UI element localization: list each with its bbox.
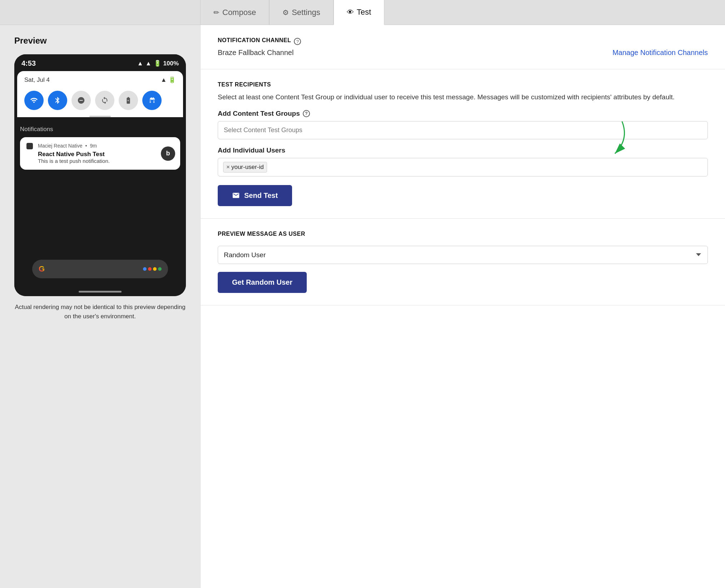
- notification-shade: Sat, Jul 4 ▲ 🔋: [17, 71, 183, 117]
- notification-card: Maciej React Native • 9m React Native Pu…: [20, 137, 180, 170]
- notification-channel-label-row: NOTIFICATION CHANNEL ?: [218, 37, 708, 46]
- preview-message-label: PREVIEW MESSAGE AS USER: [218, 231, 708, 237]
- phone-time: 4:53: [21, 59, 36, 68]
- content-test-groups-label-row: Add Content Test Groups ?: [218, 110, 708, 118]
- notif-app-logo: b: [161, 146, 175, 161]
- send-test-label: Send Test: [244, 191, 278, 200]
- settings-icon: ⚙: [282, 8, 289, 17]
- phone-bottom: G: [14, 175, 186, 296]
- tab-test-label: Test: [357, 8, 371, 17]
- preview-user-select[interactable]: Random User Specific User: [218, 246, 708, 264]
- right-panel: NOTIFICATION CHANNEL ? Braze Fallback Ch…: [200, 25, 725, 588]
- signal-icon: ▲: [146, 60, 152, 67]
- shade-divider: [89, 116, 111, 117]
- preview-panel: Preview 4:53 ▲ ▲ 🔋 100% Sat, Jul 4 ▲ 🔋: [0, 25, 200, 588]
- dnd-quick-icon: [71, 91, 91, 110]
- phone-mockup: 4:53 ▲ ▲ 🔋 100% Sat, Jul 4 ▲ 🔋: [14, 54, 186, 296]
- compose-icon: ✏: [213, 8, 220, 17]
- notification-channel-label: NOTIFICATION CHANNEL: [218, 37, 291, 44]
- user-tag[interactable]: × your-user-id: [223, 162, 267, 173]
- tab-settings[interactable]: ⚙ Settings: [269, 0, 334, 25]
- tab-compose-label: Compose: [222, 8, 256, 17]
- test-recipients-section: TEST RECIPIENTS Select at least one Cont…: [201, 69, 725, 219]
- manage-notification-channels-link[interactable]: Manage Notification Channels: [612, 49, 708, 57]
- test-recipients-label: TEST RECIPIENTS: [218, 81, 708, 88]
- main-layout: Preview 4:53 ▲ ▲ 🔋 100% Sat, Jul 4 ▲ 🔋: [0, 25, 725, 588]
- notification-section: Notifications Maciej React Native • 9m R…: [14, 121, 186, 175]
- individual-users-container: Add Individual Users × your-user-id: [218, 146, 708, 176]
- tag-value: your-user-id: [231, 164, 264, 171]
- envelope-icon: [232, 191, 240, 199]
- get-random-label: Get Random User: [232, 278, 292, 286]
- phone-status-icons: ▲ ▲ 🔋 100%: [137, 60, 179, 67]
- notif-title: React Native Push Test: [38, 151, 174, 158]
- battery-pct: 100%: [163, 60, 179, 67]
- get-random-user-button[interactable]: Get Random User: [218, 272, 307, 293]
- tab-bar: ✏ Compose ⚙ Settings 👁 Test: [0, 0, 725, 25]
- phone-status-bar: 4:53 ▲ ▲ 🔋 100%: [14, 54, 186, 71]
- tab-compose[interactable]: ✏ Compose: [200, 0, 269, 25]
- shade-battery: ▲ 🔋: [161, 76, 176, 84]
- send-test-button[interactable]: Send Test: [218, 185, 292, 206]
- notification-channel-help-icon[interactable]: ?: [294, 38, 301, 45]
- phone-date: Sat, Jul 4: [24, 76, 50, 84]
- channel-row: Braze Fallback Channel Manage Notificati…: [218, 49, 708, 57]
- notif-header-row: Maciej React Native • 9m: [38, 143, 174, 149]
- battery-icon: 🔋: [154, 60, 161, 67]
- data-icon: [142, 91, 162, 110]
- preview-title: Preview: [14, 36, 47, 46]
- content-test-groups-label: Add Content Test Groups: [218, 110, 300, 118]
- wifi-icon: ▲: [137, 60, 143, 67]
- battery-saver-icon: [119, 91, 138, 110]
- tab-settings-label: Settings: [292, 8, 320, 17]
- tab-test[interactable]: 👁 Test: [334, 0, 384, 25]
- test-icon: 👁: [347, 8, 354, 16]
- notif-body: This is a test push notification.: [38, 158, 174, 164]
- quick-settings-icons: [17, 87, 183, 116]
- notif-time: 9m: [90, 143, 97, 149]
- notif-app-name: Maciej React Native: [38, 143, 83, 149]
- individual-users-label: Add Individual Users: [218, 146, 708, 154]
- shade-header: Sat, Jul 4 ▲ 🔋: [17, 71, 183, 87]
- notif-app-small-icon: [26, 143, 33, 149]
- preview-caption: Actual rendering may not be identical to…: [14, 303, 186, 321]
- sync-quick-icon: [95, 91, 114, 110]
- content-test-groups-help-icon[interactable]: ?: [303, 110, 310, 117]
- notif-content: Maciej React Native • 9m React Native Pu…: [38, 143, 174, 164]
- test-recipients-desc: Select at least one Content Test Group o…: [218, 92, 708, 103]
- google-assistant-icon: [143, 267, 162, 271]
- bluetooth-quick-icon: [48, 91, 67, 110]
- content-test-groups-input[interactable]: [218, 121, 708, 139]
- individual-users-input[interactable]: × your-user-id: [218, 158, 708, 176]
- tag-remove-icon[interactable]: ×: [226, 164, 230, 171]
- google-g-icon: G: [39, 264, 45, 274]
- notif-dot: •: [85, 143, 87, 149]
- channel-name: Braze Fallback Channel: [218, 49, 294, 57]
- notification-channel-section: NOTIFICATION CHANNEL ? Braze Fallback Ch…: [201, 25, 725, 69]
- wifi-quick-icon: [24, 91, 44, 110]
- home-indicator: [79, 291, 122, 293]
- google-search-bar[interactable]: G: [32, 260, 168, 278]
- preview-message-section: PREVIEW MESSAGE AS USER Random User Spec…: [201, 219, 725, 305]
- notifications-label: Notifications: [20, 126, 180, 133]
